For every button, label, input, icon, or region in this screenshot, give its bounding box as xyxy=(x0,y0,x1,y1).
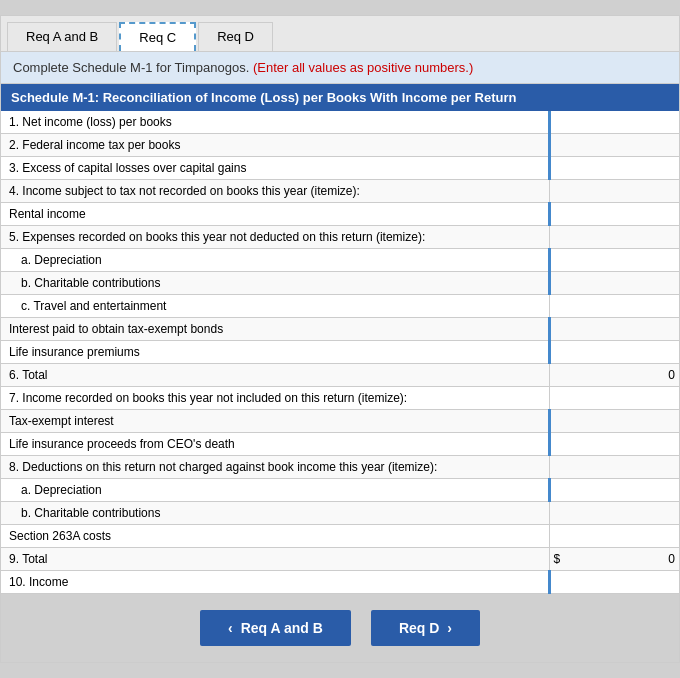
tab-req-d[interactable]: Req D xyxy=(198,22,273,51)
row-label: 4. Income subject to tax not recorded on… xyxy=(1,180,549,203)
table-row: Interest paid to obtain tax-exempt bonds xyxy=(1,318,679,341)
row-text-input[interactable] xyxy=(555,482,676,498)
next-arrow: › xyxy=(447,620,452,636)
table-row: Life insurance proceeds from CEO's death xyxy=(1,433,679,456)
row-label: 5. Expenses recorded on books this year … xyxy=(1,226,549,249)
table-row: 4. Income subject to tax not recorded on… xyxy=(1,180,679,203)
row-label: 8. Deductions on this return not charged… xyxy=(1,456,549,479)
row-label: Section 263A costs xyxy=(1,525,549,548)
row-label: 7. Income recorded on books this year no… xyxy=(1,387,549,410)
row-input-cell: $0 xyxy=(549,548,679,571)
row-text-input[interactable] xyxy=(555,413,676,429)
row-text-input[interactable] xyxy=(555,436,676,452)
row-label: c. Travel and entertainment xyxy=(1,295,549,318)
table-row: Life insurance premiums xyxy=(1,341,679,364)
table-row: Section 263A costs xyxy=(1,525,679,548)
row-input-cell xyxy=(549,456,679,479)
row-text-input[interactable] xyxy=(555,206,676,222)
table-row: 9. Total$0 xyxy=(1,548,679,571)
row-input-cell[interactable] xyxy=(549,318,679,341)
row-label: 1. Net income (loss) per books xyxy=(1,111,549,134)
row-label: b. Charitable contributions xyxy=(1,272,549,295)
schedule-table: 1. Net income (loss) per books2. Federal… xyxy=(1,111,679,594)
row-input-cell xyxy=(549,180,679,203)
table-row: 6. Total0 xyxy=(1,364,679,387)
prev-button[interactable]: ‹ Req A and B xyxy=(200,610,351,646)
row-label: 10. Income xyxy=(1,571,549,594)
row-label: b. Charitable contributions xyxy=(1,502,549,525)
table-row: 2. Federal income tax per books xyxy=(1,134,679,157)
row-label: 3. Excess of capital losses over capital… xyxy=(1,157,549,180)
row-input-cell[interactable] xyxy=(549,157,679,180)
notice-prefix: Complete Schedule M-1 for Timpanogos. xyxy=(13,60,249,75)
table-row: Rental income xyxy=(1,203,679,226)
row-input-cell[interactable] xyxy=(549,203,679,226)
row-label: Rental income xyxy=(1,203,549,226)
table-row: 5. Expenses recorded on books this year … xyxy=(1,226,679,249)
row-input-cell[interactable] xyxy=(549,249,679,272)
row-label: a. Depreciation xyxy=(1,249,549,272)
table-row: 10. Income xyxy=(1,571,679,594)
table-header: Schedule M-1: Reconciliation of Income (… xyxy=(1,84,679,111)
next-button[interactable]: Req D › xyxy=(371,610,480,646)
table-row: 7. Income recorded on books this year no… xyxy=(1,387,679,410)
row-label: Interest paid to obtain tax-exempt bonds xyxy=(1,318,549,341)
table-row: 1. Net income (loss) per books xyxy=(1,111,679,134)
row-input-cell[interactable] xyxy=(549,134,679,157)
next-label: Req D xyxy=(399,620,439,636)
row-text-input[interactable] xyxy=(555,574,676,590)
row-input-cell[interactable] xyxy=(549,341,679,364)
row-input-cell[interactable] xyxy=(549,571,679,594)
row-label: 9. Total xyxy=(1,548,549,571)
row-input-cell xyxy=(549,226,679,249)
row-input-cell[interactable] xyxy=(549,479,679,502)
row-text-input[interactable] xyxy=(555,344,676,360)
row-input-cell: 0 xyxy=(549,364,679,387)
row-label: Life insurance proceeds from CEO's death xyxy=(1,433,549,456)
row-label: a. Depreciation xyxy=(1,479,549,502)
nav-buttons: ‹ Req A and B Req D › xyxy=(1,594,679,662)
row-input-cell xyxy=(549,387,679,410)
tab-req-c[interactable]: Req C xyxy=(119,22,196,51)
row-input-cell xyxy=(549,525,679,548)
table-row: 8. Deductions on this return not charged… xyxy=(1,456,679,479)
row-text-input[interactable] xyxy=(555,114,676,130)
row-input-cell xyxy=(549,502,679,525)
total-value: 0 xyxy=(668,368,675,382)
row-label: 2. Federal income tax per books xyxy=(1,134,549,157)
row-input-cell[interactable] xyxy=(549,272,679,295)
notice-highlight: (Enter all values as positive numbers.) xyxy=(253,60,473,75)
table-row: c. Travel and entertainment xyxy=(1,295,679,318)
total-value: 0 xyxy=(668,552,675,566)
table-row: a. Depreciation xyxy=(1,249,679,272)
row-input-cell[interactable] xyxy=(549,111,679,134)
table-row: a. Depreciation xyxy=(1,479,679,502)
row-text-input[interactable] xyxy=(555,321,676,337)
row-text-input[interactable] xyxy=(555,252,676,268)
prev-arrow: ‹ xyxy=(228,620,233,636)
row-text-input[interactable] xyxy=(555,160,676,176)
table-row: b. Charitable contributions xyxy=(1,502,679,525)
prev-label: Req A and B xyxy=(241,620,323,636)
notice-bar: Complete Schedule M-1 for Timpanogos. (E… xyxy=(1,52,679,84)
row-input-cell[interactable] xyxy=(549,410,679,433)
row-text-input[interactable] xyxy=(555,137,676,153)
row-text-input[interactable] xyxy=(555,275,676,291)
row-label: Life insurance premiums xyxy=(1,341,549,364)
row-label: Tax-exempt interest xyxy=(1,410,549,433)
table-row: 3. Excess of capital losses over capital… xyxy=(1,157,679,180)
row-input-cell[interactable] xyxy=(549,433,679,456)
main-container: Req A and B Req C Req D Complete Schedul… xyxy=(0,15,680,663)
dollar-sign: $ xyxy=(554,552,561,566)
row-input-cell xyxy=(549,295,679,318)
table-row: Tax-exempt interest xyxy=(1,410,679,433)
row-label: 6. Total xyxy=(1,364,549,387)
table-row: b. Charitable contributions xyxy=(1,272,679,295)
tab-bar: Req A and B Req C Req D xyxy=(1,16,679,52)
tab-req-ab[interactable]: Req A and B xyxy=(7,22,117,51)
